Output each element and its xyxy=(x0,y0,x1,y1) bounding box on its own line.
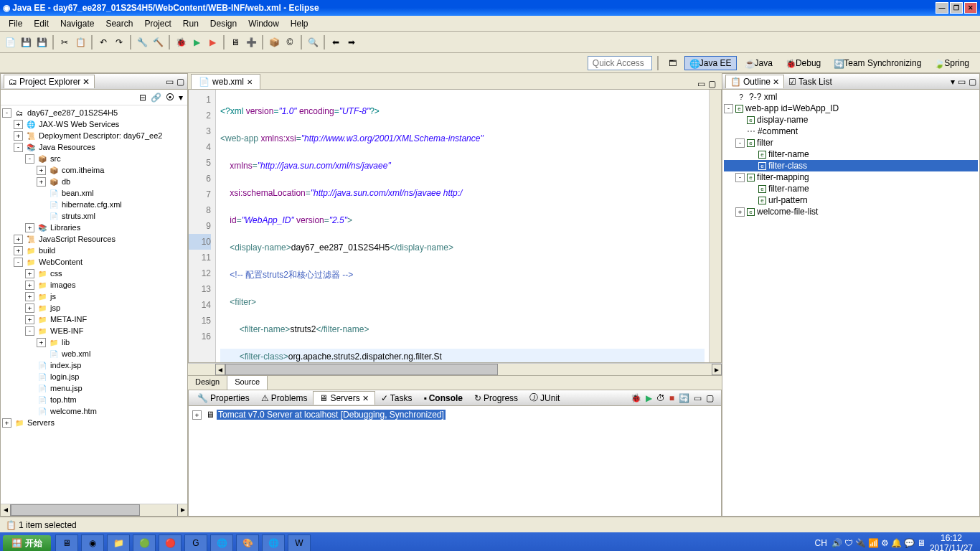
back-icon[interactable]: ⬅ xyxy=(329,35,343,50)
view-menu-icon[interactable]: ▾ xyxy=(951,77,955,87)
save-all-icon[interactable]: 💾 xyxy=(34,35,49,50)
task-eclipse-icon[interactable]: ◉ xyxy=(81,534,104,551)
perspective-team[interactable]: 🔄Team Synchronizing xyxy=(829,56,926,70)
menu-window[interactable]: Window xyxy=(242,17,285,30)
new-class-icon[interactable]: © xyxy=(283,35,297,50)
project-explorer-tab[interactable]: 🗂 Project Explorer ✕ xyxy=(4,75,95,88)
minimize-button[interactable]: — xyxy=(936,2,948,14)
quick-access-input[interactable] xyxy=(588,56,652,70)
save-icon[interactable]: 💾 xyxy=(19,35,33,50)
tray-icon[interactable]: 🔌 xyxy=(855,538,866,548)
tab-progress[interactable]: ↻Progress xyxy=(468,392,524,405)
menu-file[interactable]: File xyxy=(3,17,28,30)
perspective-javaee[interactable]: 🌐Java EE xyxy=(684,56,737,70)
new-server-icon[interactable]: ➕ xyxy=(244,35,258,50)
tab-servers[interactable]: 🖥Servers ✕ xyxy=(313,391,374,405)
server-run-icon[interactable]: ▶ xyxy=(646,393,652,403)
tray-icon[interactable]: 💬 xyxy=(904,538,915,548)
tray-icon[interactable]: 🔔 xyxy=(891,538,902,548)
undo-icon[interactable]: ↶ xyxy=(96,35,110,50)
debug-icon[interactable]: 🐞 xyxy=(174,35,188,50)
menu-edit[interactable]: Edit xyxy=(28,17,55,30)
copy-icon[interactable]: 📋 xyxy=(73,35,88,50)
redo-icon[interactable]: ↷ xyxy=(112,35,126,50)
task-desktop-icon[interactable]: 🖥 xyxy=(55,534,78,551)
editor-tab-webxml[interactable]: 📄 web.xml ✕ xyxy=(191,74,260,89)
tab-junit[interactable]: ⒿJUnit xyxy=(524,390,565,405)
outline-tree[interactable]: ??-? xml -e web-app id=WebApp_ID e displ… xyxy=(722,90,979,516)
project-tree[interactable]: -🗂day67_ee287_01S2S4H5 +🌐JAX-WS Web Serv… xyxy=(1,105,187,504)
minimize-editor-icon[interactable]: ▭ xyxy=(697,79,705,89)
new-icon[interactable]: 📄 xyxy=(3,35,17,50)
task-explorer-icon[interactable]: 📁 xyxy=(107,534,130,551)
task-chrome-icon[interactable]: 🌐 xyxy=(210,534,233,551)
clock[interactable]: 16:12 2017/11/27 xyxy=(930,533,973,551)
server-debug-icon[interactable]: 🐞 xyxy=(631,393,641,403)
forward-icon[interactable]: ➡ xyxy=(344,35,359,50)
minimize-pane-icon[interactable]: ▭ xyxy=(958,77,966,87)
maximize-pane-icon[interactable]: ▢ xyxy=(176,77,184,87)
tab-console[interactable]: ▪Console xyxy=(418,392,468,405)
close-button[interactable]: ✕ xyxy=(964,2,977,14)
open-perspective-icon[interactable]: 🗔 xyxy=(664,57,682,70)
tray-icon[interactable]: 🔊 xyxy=(831,538,842,548)
cut-icon[interactable]: ✂ xyxy=(57,35,72,50)
maximize-pane-icon[interactable]: ▢ xyxy=(969,77,976,87)
view-menu-icon[interactable]: ▾ xyxy=(179,93,183,103)
expand-icon[interactable]: - xyxy=(2,108,11,118)
scrollbar-horizontal[interactable]: ◂▸ xyxy=(1,504,187,516)
tray-icon[interactable]: 🖥 xyxy=(917,538,925,548)
tab-problems[interactable]: ⚠Problems xyxy=(255,392,314,405)
close-tab-icon[interactable]: ✕ xyxy=(247,78,253,86)
link-editor-icon[interactable]: 🔗 xyxy=(151,93,161,103)
perspective-java[interactable]: ☕Java xyxy=(740,56,778,70)
search-icon[interactable]: 🔍 xyxy=(306,35,320,50)
server-publish-icon[interactable]: 🔄 xyxy=(679,393,689,403)
server-icon[interactable]: 🖥 xyxy=(228,35,242,50)
new-pkg-icon[interactable]: 📦 xyxy=(267,35,281,50)
toggle-icon[interactable]: 🔧 xyxy=(135,35,149,50)
server-stop-icon[interactable]: ■ xyxy=(669,393,674,403)
run-ext-icon[interactable]: ▶ xyxy=(205,35,220,50)
server-row[interactable]: + 🖥 Tomcat v7.0 Server at localhost [Deb… xyxy=(192,409,718,420)
tab-source[interactable]: Source xyxy=(227,376,268,390)
minimize-bottom-icon[interactable]: ▭ xyxy=(694,393,702,403)
maximize-editor-icon[interactable]: ▢ xyxy=(708,79,716,89)
task-app2-icon[interactable]: 🔴 xyxy=(159,534,182,551)
tab-design[interactable]: Design xyxy=(188,376,227,390)
tray-icon[interactable]: ⚙ xyxy=(881,538,889,548)
perspective-debug[interactable]: 🐞Debug xyxy=(781,56,826,70)
task-word-icon[interactable]: W xyxy=(288,534,311,551)
menu-navigate[interactable]: Navigate xyxy=(55,17,100,30)
focus-icon[interactable]: ⦿ xyxy=(166,93,174,103)
code-content[interactable]: <?xml version="1.0" encoding="UTF-8"?> <… xyxy=(216,90,709,362)
server-profile-icon[interactable]: ⏱ xyxy=(656,393,665,403)
minimize-pane-icon[interactable]: ▭ xyxy=(166,77,174,87)
editor-area[interactable]: 123 456 789 101112 131415 16 <?xml versi… xyxy=(188,89,722,363)
task-app3-icon[interactable]: G xyxy=(184,534,207,551)
outline-tab[interactable]: 📋 Outline ✕ xyxy=(725,75,784,88)
language-indicator[interactable]: CH xyxy=(815,538,827,548)
editor-scrollbar-h[interactable]: ◂▸ xyxy=(188,363,722,375)
task-app-icon[interactable]: 🟢 xyxy=(133,534,156,551)
task-chrome2-icon[interactable]: 🌐 xyxy=(262,534,285,551)
tray-icon[interactable]: 📶 xyxy=(868,538,879,548)
start-button[interactable]: 🪟开始 xyxy=(3,535,51,552)
collapse-all-icon[interactable]: ⊟ xyxy=(139,93,146,103)
maximize-bottom-icon[interactable]: ▢ xyxy=(706,393,714,403)
tray-icon[interactable]: 🛡 xyxy=(844,538,853,548)
perspective-spring[interactable]: 🍃Spring xyxy=(929,56,974,70)
menu-search[interactable]: Search xyxy=(100,17,138,30)
tab-properties[interactable]: 🔧Properties xyxy=(192,392,255,405)
hammer-icon[interactable]: 🔨 xyxy=(151,35,165,50)
task-photos-icon[interactable]: 🎨 xyxy=(236,534,259,551)
run-icon[interactable]: ▶ xyxy=(189,35,204,50)
menu-run[interactable]: Run xyxy=(177,17,204,30)
menu-help[interactable]: Help xyxy=(285,17,314,30)
tab-tasks[interactable]: ✓Tasks xyxy=(375,392,418,405)
maximize-button[interactable]: ❐ xyxy=(950,2,963,14)
tasklist-tab[interactable]: ☑ Task List xyxy=(784,75,837,88)
close-tab-icon[interactable]: ✕ xyxy=(83,77,90,87)
menu-design[interactable]: Design xyxy=(204,17,242,30)
menu-project[interactable]: Project xyxy=(138,17,176,30)
